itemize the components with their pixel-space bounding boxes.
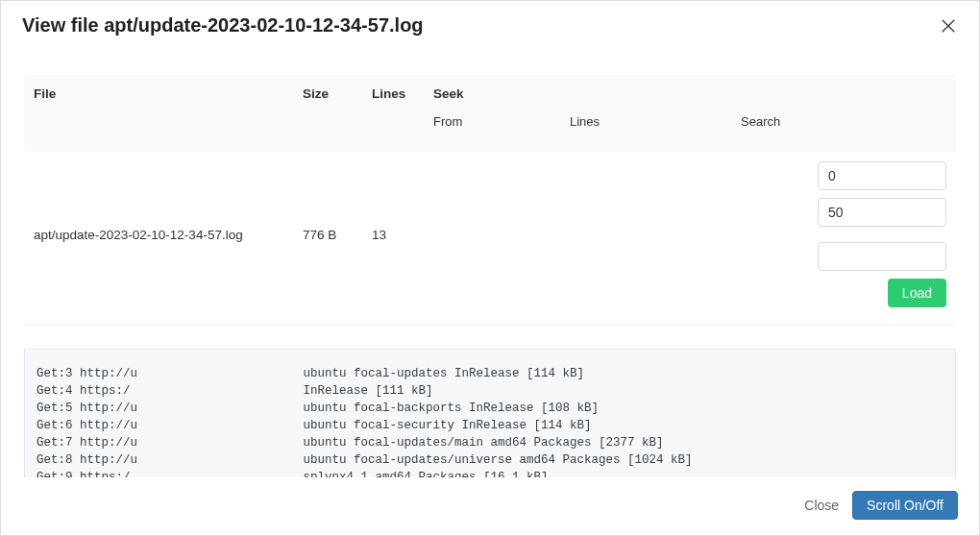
dialog-body[interactable]: File Size Lines Seek From Lines Search a… bbox=[1, 46, 979, 477]
table-header-row: File Size Lines Seek From Lines Search bbox=[24, 75, 956, 152]
seek-lines-label: Lines bbox=[570, 114, 698, 140]
log-output[interactable] bbox=[24, 349, 956, 477]
th-seek: Seek From Lines Search bbox=[424, 75, 956, 152]
td-file: apt/update-2023-02-10-12-34-57.log bbox=[24, 228, 293, 242]
seek-search-label: Search bbox=[741, 114, 870, 140]
seek-search-input[interactable] bbox=[818, 242, 946, 271]
file-table: File Size Lines Seek From Lines Search a… bbox=[24, 75, 956, 326]
close-button[interactable]: Close bbox=[804, 498, 839, 513]
seek-from-label: From bbox=[433, 114, 562, 140]
th-lines: Lines bbox=[362, 75, 424, 152]
seek-from-input[interactable] bbox=[818, 161, 946, 190]
load-button[interactable]: Load bbox=[888, 279, 946, 307]
td-size: 776 B bbox=[293, 228, 362, 242]
td-seek: Load bbox=[424, 161, 956, 307]
scroll-toggle-button[interactable]: Scroll On/Off bbox=[852, 491, 958, 520]
close-icon[interactable] bbox=[939, 16, 958, 36]
dialog-title: View file apt/update-2023-02-10-12-34-57… bbox=[22, 14, 424, 37]
dialog-footer: Close Scroll On/Off bbox=[1, 477, 979, 535]
th-file: File bbox=[24, 75, 293, 152]
seek-labels-row: From Lines Search bbox=[433, 114, 946, 140]
table-row: apt/update-2023-02-10-12-34-57.log 776 B… bbox=[24, 152, 956, 326]
th-seek-label: Seek bbox=[433, 86, 946, 109]
td-lines: 13 bbox=[362, 228, 424, 242]
th-size: Size bbox=[293, 75, 362, 152]
dialog-header: View file apt/update-2023-02-10-12-34-57… bbox=[1, 1, 979, 46]
seek-lines-input[interactable] bbox=[818, 198, 946, 227]
